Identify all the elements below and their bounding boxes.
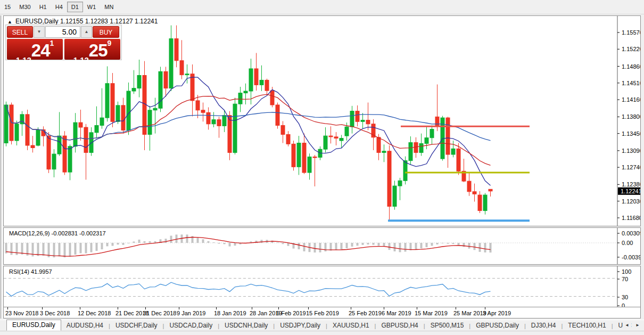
candle [105, 67, 109, 122]
candle [393, 181, 397, 210]
macd-histogram-bar [303, 243, 306, 251]
macd-histogram-bar [474, 243, 476, 250]
timeframe-button-d1[interactable]: D1 [67, 2, 83, 12]
chart-tab-usdjpy-daily[interactable]: USDJPY,Daily [275, 321, 326, 331]
time-axis[interactable]: 23 Nov 20183 Dec 201812 Dec 201821 Dec 2… [3, 307, 641, 318]
candle [350, 106, 354, 134]
chart-tab-usdchf-daily[interactable]: USDCHF,Daily [110, 321, 163, 331]
macd-histogram-bar [234, 243, 236, 246]
timeframe-button-h4[interactable]: H4 [51, 2, 67, 12]
candle [387, 145, 391, 220]
time-axis-tick [485, 307, 485, 309]
time-axis-tick [417, 307, 417, 309]
timeframe-button-m30[interactable]: M30 [15, 2, 35, 12]
timeframe-button-mn[interactable]: MN [100, 2, 118, 12]
macd-histogram-bar [335, 243, 337, 250]
time-axis-tick [384, 307, 384, 309]
collapse-icon[interactable]: ▲ [7, 19, 12, 24]
macd-histogram-bar [346, 243, 348, 248]
price-axis-label: 1.12380 [622, 181, 640, 187]
chart-tab-tech100-h1[interactable]: TECH100,H1 [563, 321, 611, 331]
macd-histogram-bar [378, 243, 380, 246]
macd-histogram-bar [277, 242, 279, 243]
candle [31, 136, 35, 152]
timeframe-button-w1[interactable]: W1 [83, 2, 101, 12]
sell-price-point: 1 [50, 39, 54, 47]
candle [191, 64, 194, 117]
macd-histogram-bar [319, 243, 321, 252]
candle [57, 112, 61, 156]
time-axis-tick [42, 307, 43, 309]
window-left-bevel [1, 15, 3, 318]
macd-histogram-bar [122, 243, 125, 245]
macd-histogram-bar [69, 243, 71, 257]
rsi-axis-label: 100 [622, 268, 631, 275]
candle [52, 149, 56, 177]
buy-price-figure: 1.12 [73, 55, 89, 64]
candle [489, 189, 492, 197]
tab-scroll-right-button[interactable]: ► [633, 321, 642, 329]
time-axis-tick [80, 307, 80, 309]
time-axis-label: 25 Mar 2019 [453, 310, 486, 316]
timeframe-button-15[interactable]: 15 [0, 2, 15, 12]
candle [121, 98, 125, 134]
tab-scroll-left-button[interactable]: ◄ [623, 321, 631, 329]
current-price-label: 1.12241 [621, 188, 640, 194]
candle [36, 127, 40, 146]
candle [207, 107, 210, 129]
time-axis-tick [145, 307, 146, 309]
candle [228, 111, 232, 160]
macd-histogram-bar [314, 243, 316, 252]
chart-tab-gbpusd-daily[interactable]: GBPUSD,Daily [470, 321, 524, 331]
timeframe-button-h1[interactable]: H1 [35, 2, 51, 12]
time-axis-tick [351, 307, 351, 309]
time-axis-label: 6 Feb 2019 [276, 310, 306, 316]
chart-tab-usdcad-daily[interactable]: USDCAD,Daily [164, 321, 218, 331]
candle [95, 107, 98, 138]
chart-tab-sp500-m15[interactable]: SP500,M15 [425, 321, 469, 331]
macd-histogram-bar [154, 241, 156, 243]
candle [430, 125, 434, 144]
time-axis-label: 3 Dec 2018 [40, 310, 70, 316]
macd-histogram-bar [208, 241, 210, 243]
macd-histogram-bar [43, 243, 45, 256]
macd-histogram-bar [165, 239, 167, 243]
macd-histogram-bar [138, 240, 141, 243]
buy-button[interactable]: BUY [93, 26, 119, 38]
candle [409, 136, 412, 165]
buy-price-point: 9 [108, 39, 112, 47]
macd-histogram-bar [330, 243, 332, 251]
candle [222, 110, 226, 132]
chart-tab-eurusd-daily[interactable]: EURUSD,Daily [6, 320, 61, 331]
candle [244, 84, 247, 104]
chart-tab-bar: EURUSD,DailyAUDUSD,H4|USDCHF,Daily|USDCA… [0, 320, 644, 331]
volume-input[interactable]: 5.00 [45, 26, 80, 38]
candle [462, 159, 466, 182]
candle [15, 121, 19, 146]
buy-quote-tile[interactable]: 1.12259 [64, 39, 120, 60]
candle [473, 184, 476, 202]
chart-tab-dj30-h4[interactable]: DJ30,H4 [526, 321, 562, 331]
sell-quote-tile[interactable]: 1.12241 [7, 39, 63, 60]
sell-button[interactable]: SELL [7, 26, 33, 38]
macd-histogram-bar [112, 243, 114, 246]
macd-histogram-bar [484, 243, 486, 252]
volume-decrease-button[interactable]: ▼ [34, 26, 45, 38]
chart-tab-usdcnh-daily[interactable]: USDCNH,Daily [219, 321, 273, 331]
macd-histogram-bar [357, 243, 359, 246]
candle [292, 141, 295, 170]
macd-histogram-bar [410, 243, 412, 250]
rsi-panel[interactable]: 10070300 RSI(14) 41.9957 [3, 266, 641, 307]
candle [79, 110, 82, 141]
price-axis-label: 1.14860 [622, 63, 640, 70]
chart-tab-gbpusd-h4[interactable]: GBPUSD,H4 [376, 321, 423, 331]
macd-panel[interactable]: 0.0030950.00-0.003947 MACD(12,26,9) -0.0… [3, 227, 641, 265]
candle [334, 132, 338, 145]
candle [324, 127, 327, 152]
candle [137, 60, 141, 97]
macd-histogram-bar [53, 243, 55, 257]
chart-tab-audusd-h4[interactable]: AUDUSD,H4 [61, 321, 109, 331]
chart-tab-xauusd-h1[interactable]: XAUUSD,H1 [327, 321, 375, 331]
macd-histogram-bar [325, 243, 327, 251]
volume-increase-button[interactable]: ▲ [81, 26, 92, 38]
